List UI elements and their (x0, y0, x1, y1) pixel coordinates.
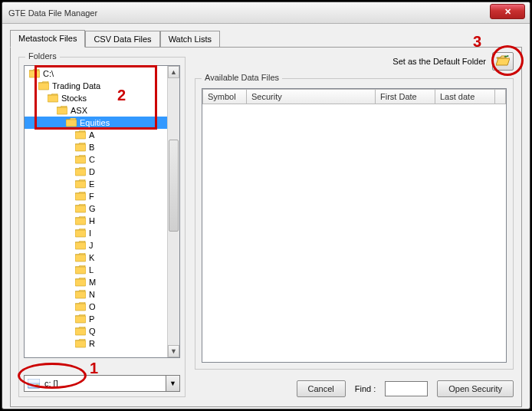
tree-node[interactable]: Q (25, 325, 167, 337)
tree-node[interactable]: K (25, 252, 167, 264)
col-last-date[interactable]: Last date (435, 89, 495, 104)
bottom-button-row: Cancel Find : Open Security (195, 379, 514, 399)
drive-row: c: [] ▼ (24, 375, 180, 392)
folder-icon (75, 155, 86, 164)
svg-rect-19 (75, 304, 86, 311)
tree-node-label: C (89, 155, 95, 164)
window-title: GTE Data File Manager (8, 8, 97, 18)
tree-node-label: D (89, 167, 95, 176)
folder-icon (75, 229, 86, 238)
folder-icon (75, 130, 86, 140)
folders-legend: Folders (25, 51, 60, 61)
tree-node[interactable]: E (25, 178, 167, 190)
folder-icon (75, 192, 86, 201)
svg-rect-8 (75, 169, 86, 176)
tree-node[interactable]: B (25, 141, 167, 153)
tree-node-label: O (89, 302, 96, 311)
svg-rect-1 (38, 83, 49, 90)
tree-node-label: A (89, 130, 94, 140)
drive-icon (28, 379, 40, 389)
open-folder-icon (496, 55, 510, 67)
folder-icon (75, 327, 86, 336)
tree-node[interactable]: D (25, 166, 167, 178)
svg-rect-9 (75, 181, 86, 188)
folder-icon (75, 143, 86, 152)
svg-rect-12 (75, 218, 86, 225)
col-security[interactable]: Security (247, 89, 376, 104)
tab-watch-lists[interactable]: Watch Lists (160, 31, 220, 48)
folder-tree-container: C:\Trading DataStocksASXEquitiesABCDEFGH… (24, 65, 180, 358)
tree-node-label: K (89, 253, 94, 262)
find-label: Find : (355, 384, 376, 393)
svg-rect-7 (75, 156, 86, 163)
find-input[interactable] (385, 381, 428, 396)
drive-dropdown-button[interactable]: ▼ (166, 376, 179, 391)
svg-rect-13 (75, 230, 86, 237)
tree-node[interactable]: G (25, 202, 167, 215)
open-security-button[interactable]: Open Security (437, 380, 514, 397)
svg-rect-6 (75, 144, 86, 151)
col-extra[interactable] (495, 89, 506, 104)
tree-node-label: R (89, 339, 95, 348)
svg-rect-10 (75, 193, 86, 200)
available-files-group: Available Data Files Symbol Security Fir… (195, 78, 514, 370)
tree-node[interactable]: C:\ (25, 67, 167, 80)
tree-node-label: Trading Data (52, 81, 100, 90)
tree-node[interactable]: L (25, 264, 167, 276)
tree-node[interactable]: J (25, 239, 167, 252)
scroll-track[interactable] (168, 78, 179, 345)
tab-bar: Metastock Files CSV Data Files Watch Lis… (10, 28, 530, 47)
scroll-thumb[interactable] (169, 140, 179, 232)
tree-node-label: Equities (80, 118, 110, 127)
tree-node[interactable]: I (25, 227, 167, 239)
folder-icon (75, 216, 86, 225)
tree-node-label: I (89, 229, 91, 238)
svg-rect-20 (75, 316, 86, 323)
scroll-down-button[interactable]: ▼ (168, 345, 179, 357)
tree-node-label: H (89, 216, 95, 225)
svg-rect-2 (48, 95, 58, 102)
drive-select[interactable]: c: [] ▼ (24, 375, 180, 392)
tree-node[interactable]: O (25, 301, 167, 313)
svg-rect-14 (75, 242, 86, 249)
tree-node[interactable]: F (25, 190, 167, 202)
tree-node[interactable]: R (25, 337, 167, 350)
folder-icon (75, 241, 86, 250)
tree-node[interactable]: Trading Data (25, 80, 167, 92)
tab-csv-data-files[interactable]: CSV Data Files (85, 31, 159, 48)
cancel-button[interactable]: Cancel (297, 380, 346, 397)
folder-icon (75, 290, 86, 299)
close-icon: ✕ (504, 7, 511, 17)
folder-icon (48, 94, 58, 103)
tree-node[interactable]: M (25, 276, 167, 288)
files-table[interactable]: Symbol Security First Date Last date (202, 88, 507, 363)
tree-node-label: ASX (71, 106, 87, 115)
tree-node-label: M (89, 278, 96, 287)
tree-node[interactable]: Equities (25, 117, 167, 129)
svg-rect-16 (75, 267, 86, 274)
tree-node[interactable]: H (25, 215, 167, 227)
tree-node[interactable]: N (25, 288, 167, 301)
col-symbol[interactable]: Symbol (202, 89, 247, 104)
tree-node-label: E (89, 179, 94, 189)
tree-node[interactable]: A (25, 129, 167, 141)
tree-node-label: Stocks (61, 94, 87, 103)
col-first-date[interactable]: First Date (376, 89, 435, 104)
tree-node[interactable]: ASX (25, 104, 167, 117)
close-button[interactable]: ✕ (490, 4, 525, 19)
set-default-folder-button[interactable] (492, 52, 514, 71)
folder-tree[interactable]: C:\Trading DataStocksASXEquitiesABCDEFGH… (25, 66, 167, 357)
tree-node[interactable]: C (25, 153, 167, 166)
folder-icon (75, 179, 86, 189)
folder-icon (75, 253, 86, 262)
tree-scrollbar[interactable]: ▲ ▼ (167, 66, 179, 357)
tree-node-label: L (89, 265, 94, 275)
tab-metastock-files[interactable]: Metastock Files (10, 30, 85, 48)
tree-node[interactable]: P (25, 313, 167, 325)
svg-rect-24 (28, 379, 40, 383)
svg-rect-3 (57, 107, 67, 114)
scroll-up-button[interactable]: ▲ (168, 66, 179, 78)
tree-node[interactable]: Stocks (25, 92, 167, 104)
set-default-row: Set as the Default Folder (392, 52, 514, 71)
svg-rect-18 (75, 291, 86, 298)
